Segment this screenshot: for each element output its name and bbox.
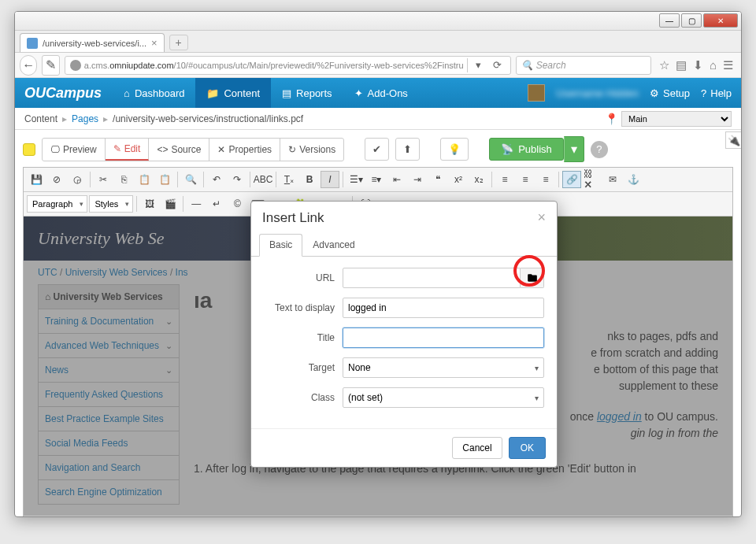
lightbulb-button[interactable]: 💡 <box>440 138 469 161</box>
media-icon[interactable]: 🎬 <box>161 195 180 213</box>
url-input[interactable] <box>343 268 521 288</box>
tab-favicon <box>27 38 38 49</box>
tab-source[interactable]: <>Source <box>149 139 209 161</box>
specialchar-icon[interactable]: © <box>228 195 246 213</box>
revert-icon[interactable]: ◶ <box>68 171 87 188</box>
superscript-icon[interactable]: x² <box>449 171 468 188</box>
numbers-icon[interactable]: ≡▾ <box>367 171 386 188</box>
find-icon[interactable]: 🔍 <box>181 171 200 188</box>
styles-select[interactable]: Styles <box>89 195 133 213</box>
modal-tab-basic[interactable]: Basic <box>259 234 302 257</box>
nav-setup[interactable]: ⚙Setup <box>650 87 690 99</box>
nav-addons[interactable]: ✦Add-Ons <box>343 78 419 108</box>
back-button[interactable]: ← <box>20 55 37 76</box>
nav-content[interactable]: 📁Content <box>195 78 271 108</box>
class-select[interactable]: (not set) <box>343 387 544 408</box>
window-close-button[interactable]: ✕ <box>703 13 738 28</box>
window-maximize-button[interactable]: ▢ <box>681 13 702 28</box>
bold-icon[interactable]: B <box>300 171 319 188</box>
element-path-bar[interactable]: Path: p · em · a <box>24 516 732 517</box>
reload-icon[interactable]: ⟳ <box>490 59 506 71</box>
title-input[interactable] <box>343 328 544 348</box>
tab-versions[interactable]: ↻Versions <box>280 139 343 161</box>
window-minimize-button[interactable]: — <box>659 13 680 28</box>
modal-tab-advanced[interactable]: Advanced <box>302 234 365 256</box>
site-selector[interactable]: Main <box>621 111 732 127</box>
br-icon[interactable]: ↵ <box>207 195 226 213</box>
blockquote-icon[interactable]: ❝ <box>428 171 447 188</box>
bookmark-star-icon[interactable]: ☆ <box>659 58 669 72</box>
help-button[interactable]: ? <box>591 141 608 158</box>
dropdown-icon[interactable]: ▾ <box>471 59 487 71</box>
history-icon: ↻ <box>288 144 296 155</box>
search-icon: 🔍 <box>521 60 533 71</box>
gadgets-toggle-button[interactable]: 🔌 <box>725 131 742 149</box>
publish-button[interactable]: 📡Publish <box>489 138 564 161</box>
undo-icon[interactable]: ↶ <box>207 171 226 188</box>
align-center-icon[interactable]: ≡ <box>516 171 535 188</box>
breadcrumb-root[interactable]: Content <box>24 113 57 124</box>
redo-icon[interactable]: ↷ <box>228 171 246 188</box>
align-left-icon[interactable]: ≡ <box>495 171 514 188</box>
format-select[interactable]: Paragraph <box>27 195 87 213</box>
toolbar-icons: ☆ ▤ ⬇ ⌂ ☰ <box>656 58 736 72</box>
copy-icon[interactable]: ⎘ <box>114 171 133 188</box>
browser-tab[interactable]: /university-web-services/i... × <box>20 33 165 52</box>
menu-icon[interactable]: ☰ <box>723 58 733 72</box>
search-bar[interactable]: 🔍 Search <box>516 56 651 75</box>
tab-properties[interactable]: ✕Properties <box>209 139 280 161</box>
modal-close-icon[interactable]: × <box>537 209 546 226</box>
tab-edit[interactable]: ✎Edit <box>106 139 150 161</box>
tab-close-icon[interactable]: × <box>151 37 158 49</box>
url-text: a.cms.omniupdate.com/10/#oucampus/utc/Ma… <box>84 61 464 70</box>
save-button[interactable]: ✔ <box>365 138 389 161</box>
spellcheck-icon[interactable]: ABC <box>254 171 272 188</box>
help-icon: ? <box>701 87 706 99</box>
publish-dropdown-button[interactable]: ▾ <box>564 136 584 162</box>
new-tab-button[interactable]: + <box>169 35 188 50</box>
identity-button[interactable]: ✎ <box>42 55 59 76</box>
addons-icon: ✦ <box>354 87 363 99</box>
save-exit-button[interactable]: ⬆ <box>395 138 420 161</box>
bullets-icon[interactable]: ☰▾ <box>346 171 365 188</box>
anchor-icon[interactable]: ⚓ <box>624 171 643 188</box>
browse-files-button[interactable] <box>521 268 544 288</box>
downloads-icon[interactable]: ⬇ <box>693 58 703 72</box>
clearformat-icon[interactable]: Tₓ <box>280 171 298 188</box>
cut-icon[interactable]: ✂ <box>94 171 113 188</box>
nav-help[interactable]: ?Help <box>701 87 732 99</box>
ok-button[interactable]: OK <box>509 437 546 459</box>
nav-reports[interactable]: ▤Reports <box>271 78 343 108</box>
outdent-icon[interactable]: ⇤ <box>387 171 406 188</box>
target-select[interactable]: None <box>343 357 544 378</box>
main-nav: ⌂Dashboard 📁Content ▤Reports ✦Add-Ons <box>113 78 419 108</box>
unlink-icon[interactable]: ⛓✕ <box>583 171 602 188</box>
user-avatar[interactable] <box>528 84 545 102</box>
italic-icon[interactable]: I <box>321 171 339 188</box>
mailto-icon[interactable]: ✉ <box>603 171 622 188</box>
cancel-icon[interactable]: ⊘ <box>47 171 66 188</box>
breadcrumb-section[interactable]: Pages <box>72 113 98 124</box>
text-label: Text to display <box>264 302 335 313</box>
save-icon[interactable]: 💾 <box>27 171 46 188</box>
paste-icon[interactable]: 📋 <box>135 171 154 188</box>
cancel-button[interactable]: Cancel <box>452 437 502 459</box>
home-icon[interactable]: ⌂ <box>710 58 717 72</box>
nav-dashboard[interactable]: ⌂Dashboard <box>113 78 195 108</box>
gear-icon: ⚙ <box>650 87 659 99</box>
tab-preview[interactable]: 🖵Preview <box>43 139 106 161</box>
checkout-status-icon[interactable] <box>23 143 35 156</box>
image-icon[interactable]: 🖼 <box>140 195 159 213</box>
link-icon[interactable]: 🔗 <box>562 171 581 188</box>
user-name[interactable]: Username Hidden <box>556 87 639 99</box>
indent-icon[interactable]: ⇥ <box>408 171 427 188</box>
browser-tabbar: /university-web-services/i... × + <box>15 31 741 53</box>
hr-icon[interactable]: — <box>187 195 206 213</box>
url-bar[interactable]: a.cms.omniupdate.com/10/#oucampus/utc/Ma… <box>65 56 511 75</box>
subscript-icon[interactable]: x₂ <box>469 171 488 188</box>
window-titlebar: — ▢ ✕ <box>15 12 741 31</box>
paste-text-icon[interactable]: 📋 <box>155 171 174 188</box>
align-right-icon[interactable]: ≡ <box>536 171 555 188</box>
text-to-display-input[interactable] <box>343 298 544 318</box>
clipboard-icon[interactable]: ▤ <box>676 58 687 72</box>
